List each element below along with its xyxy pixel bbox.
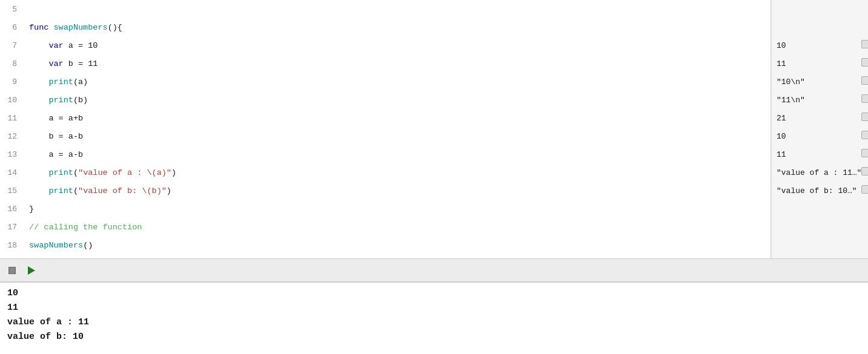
result-checkbox-cell <box>861 200 868 218</box>
code-line[interactable] <box>24 0 770 18</box>
code-row: 12 b = a-b <box>0 127 770 145</box>
code-line[interactable]: var a = 10 <box>24 36 770 54</box>
code-line[interactable] <box>24 254 770 258</box>
result-value: 21 <box>772 109 861 127</box>
result-value: "value of a : 11…" <box>772 163 861 182</box>
result-checkbox-cell[interactable] <box>861 36 868 54</box>
line-number: 10 <box>0 91 24 109</box>
code-row: 16} <box>0 200 770 218</box>
code-row: 9 print(a) <box>0 73 770 91</box>
result-checkbox-cell[interactable] <box>861 73 868 91</box>
code-row: 15 print("value of b: \(b)") <box>0 182 770 200</box>
line-number: 13 <box>0 145 24 163</box>
code-line[interactable]: a = a-b <box>24 145 770 163</box>
result-checkbox-box[interactable] <box>861 58 868 67</box>
code-line[interactable]: // calling the function <box>24 218 770 236</box>
code-line[interactable]: print(b) <box>24 91 770 109</box>
result-row <box>772 218 868 236</box>
result-checkbox-cell[interactable] <box>861 91 868 109</box>
code-line[interactable]: var b = 11 <box>24 54 770 73</box>
result-checkbox-box[interactable] <box>861 149 868 157</box>
result-checkbox-cell <box>861 0 868 18</box>
result-checkbox-cell[interactable] <box>861 54 868 73</box>
result-checkbox-box[interactable] <box>861 131 868 139</box>
run-button[interactable] <box>24 263 39 278</box>
console-area: 1011value of a : 11value of b: 10 <box>0 281 868 354</box>
result-row: 11 <box>772 54 868 73</box>
main-container: 56func swapNumbers(){7 var a = 108 var b… <box>0 0 868 354</box>
result-row: "value of b: 10…" <box>772 182 868 200</box>
result-value: "value of b: 10…" <box>772 182 861 200</box>
result-row: 21 <box>772 109 868 127</box>
result-checkbox-cell[interactable] <box>861 163 868 182</box>
result-checkbox-box[interactable] <box>861 185 868 194</box>
code-table: 56func swapNumbers(){7 var a = 108 var b… <box>0 0 770 258</box>
code-row: 10 print(b) <box>0 91 770 109</box>
line-number: 7 <box>0 36 24 54</box>
result-checkbox-cell[interactable] <box>861 127 868 145</box>
result-row: 10 <box>772 36 868 54</box>
result-checkbox-box[interactable] <box>861 76 868 85</box>
code-row: 17// calling the function <box>0 218 770 236</box>
result-value <box>772 0 861 18</box>
code-panel: 56func swapNumbers(){7 var a = 108 var b… <box>0 0 771 258</box>
line-number: 17 <box>0 218 24 236</box>
result-checkbox-cell[interactable] <box>861 182 868 200</box>
code-row: 13 a = a-b <box>0 145 770 163</box>
result-value: 10 <box>772 36 861 54</box>
result-row: 11 <box>772 145 868 163</box>
line-number: 11 <box>0 109 24 127</box>
code-line[interactable]: swapNumbers() <box>24 236 770 254</box>
console-line: 11 <box>7 301 861 315</box>
toolbar-bar <box>0 258 868 281</box>
line-number: 16 <box>0 200 24 218</box>
result-row: "10\n" <box>772 73 868 91</box>
stop-icon <box>8 267 16 274</box>
line-number: 9 <box>0 73 24 91</box>
result-value: 10 <box>772 127 861 145</box>
code-line[interactable]: func swapNumbers(){ <box>24 18 770 36</box>
code-line[interactable]: } <box>24 200 770 218</box>
result-row <box>772 236 868 254</box>
code-line[interactable]: print("value of b: \(b)") <box>24 182 770 200</box>
result-checkbox-box[interactable] <box>861 167 868 175</box>
line-number: 6 <box>0 18 24 36</box>
result-checkbox-box[interactable] <box>861 113 868 121</box>
console-line: value of a : 11 <box>7 315 861 330</box>
code-line[interactable]: b = a-b <box>24 127 770 145</box>
play-icon <box>28 266 35 275</box>
code-row: 14 print("value of a : \(a)") <box>0 163 770 182</box>
stop-button[interactable] <box>5 263 19 278</box>
code-row: 18swapNumbers() <box>0 236 770 254</box>
results-table: 1011"10\n""11\n"211011"value of a : 11…"… <box>772 0 868 258</box>
code-row: 7 var a = 10 <box>0 36 770 54</box>
editor-area: 56func swapNumbers(){7 var a = 108 var b… <box>0 0 868 258</box>
result-value: 11 <box>772 145 861 163</box>
line-number: 18 <box>0 236 24 254</box>
result-checkbox-cell <box>861 254 868 258</box>
code-line[interactable]: a = a+b <box>24 109 770 127</box>
result-value: "11\n" <box>772 91 861 109</box>
result-checkbox-box[interactable] <box>861 94 868 103</box>
result-checkbox-box[interactable] <box>861 40 868 48</box>
result-row <box>772 200 868 218</box>
result-value <box>772 254 861 258</box>
code-line[interactable]: print(a) <box>24 73 770 91</box>
code-line[interactable]: print("value of a : \(a)") <box>24 163 770 182</box>
result-value <box>772 218 861 236</box>
result-row <box>772 0 868 18</box>
results-panel: 1011"10\n""11\n"211011"value of a : 11…"… <box>771 0 868 258</box>
code-row: 6func swapNumbers(){ <box>0 18 770 36</box>
console-line: 10 <box>7 286 861 301</box>
line-number: 14 <box>0 163 24 182</box>
line-number: 15 <box>0 182 24 200</box>
result-checkbox-cell <box>861 218 868 236</box>
result-checkbox-cell <box>861 236 868 254</box>
result-row <box>772 254 868 258</box>
result-checkbox-cell[interactable] <box>861 145 868 163</box>
code-row: 5 <box>0 0 770 18</box>
result-row: "11\n" <box>772 91 868 109</box>
result-checkbox-cell[interactable] <box>861 109 868 127</box>
line-number: 12 <box>0 127 24 145</box>
result-row: "value of a : 11…" <box>772 163 868 182</box>
